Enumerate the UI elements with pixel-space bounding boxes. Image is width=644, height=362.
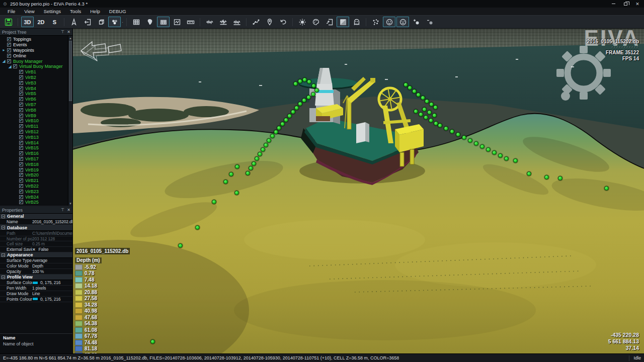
virtual-buoy-point[interactable] — [267, 138, 271, 143]
tree-item-waypoints[interactable]: ▸✓Waypoints — [0, 48, 68, 53]
virtual-buoy-point[interactable] — [504, 156, 509, 161]
virtual-buoy-point[interactable] — [252, 161, 256, 166]
menu-item-debug[interactable]: DEBUG — [105, 9, 131, 14]
property-value[interactable]: 0, 175, 216 — [32, 297, 72, 302]
palette-button[interactable] — [309, 17, 322, 27]
virtual-buoy-point[interactable] — [311, 83, 316, 88]
virtual-buoy-point[interactable] — [456, 132, 460, 137]
checkbox[interactable]: ✓ — [19, 151, 23, 155]
tree-item-virb11[interactable]: ✓VirB11 — [0, 124, 68, 129]
virtual-buoy-point[interactable] — [422, 107, 427, 112]
tree-item-virb4[interactable]: ✓VirB4 — [0, 85, 68, 91]
property-value[interactable]: 0, 175, 216 — [32, 280, 72, 285]
virtual-buoy-point[interactable] — [425, 99, 429, 104]
virtual-buoy-point[interactable] — [427, 110, 432, 115]
tree-item-buoy-manager[interactable]: ◢✓Buoy Manager — [0, 58, 68, 64]
virtual-buoy-point[interactable] — [302, 98, 306, 103]
tree-item-virb9[interactable]: ✓VirB9 — [0, 113, 68, 118]
add-point-button[interactable] — [410, 17, 423, 27]
menu-item-help[interactable]: Help — [86, 9, 105, 14]
tree-item-virb24[interactable]: ✓VirB24 — [0, 194, 68, 200]
property-surface-colour[interactable]: Surface Colour0, 175, 216 — [0, 280, 72, 286]
virtual-buoy-point[interactable] — [438, 123, 442, 128]
checkbox[interactable]: ✓ — [13, 64, 17, 68]
route-button[interactable] — [250, 17, 262, 27]
virtual-buoy-point[interactable] — [498, 153, 503, 158]
view-2d-button[interactable]: 2D — [35, 17, 47, 27]
virtual-buoy-point[interactable] — [433, 105, 438, 110]
tree-item-virb7[interactable]: ✓VirB7 — [0, 102, 68, 108]
tree-scrollbar[interactable]: ▲ ▼ — [68, 36, 72, 206]
menu-item-file[interactable]: File — [3, 9, 20, 14]
checkbox[interactable]: ✓ — [19, 108, 23, 112]
import-view-button[interactable] — [81, 17, 94, 27]
virtual-buoy-point[interactable] — [298, 102, 302, 106]
tree-item-virb20[interactable]: ✓VirB20 — [0, 172, 68, 178]
checkbox[interactable]: ✓ — [19, 157, 23, 161]
waypoint-button[interactable] — [263, 17, 276, 27]
property-section-database[interactable]: −Database — [0, 225, 72, 231]
scatter-button[interactable] — [369, 17, 382, 27]
virtual-buoy-point[interactable] — [277, 126, 281, 130]
virtual-buoy-point[interactable] — [150, 339, 155, 344]
view-3d-button[interactable]: 3D — [21, 17, 34, 27]
expand-icon[interactable]: ▸ — [2, 48, 6, 52]
tree-item-virb25[interactable]: ✓VirB25 — [0, 200, 68, 205]
viewport-3d[interactable]: EIVA — [73, 29, 644, 353]
virtual-buoy-point[interactable] — [235, 164, 239, 169]
virtual-buoy-point[interactable] — [298, 79, 302, 83]
terrain-grid-button[interactable] — [157, 17, 170, 27]
tree-item-virb19[interactable]: ✓VirB19 — [0, 167, 68, 172]
virtual-buoy-point[interactable] — [544, 175, 549, 179]
menu-item-settings[interactable]: Settings — [39, 9, 65, 14]
tree-item-virb6[interactable]: ✓VirB6 — [0, 97, 68, 102]
tree-item-virb10[interactable]: ✓VirB10 — [0, 118, 68, 124]
checkbox[interactable]: ✓ — [19, 92, 23, 96]
bounding-box-button[interactable] — [95, 17, 107, 27]
virtual-buoy-point[interactable] — [223, 179, 228, 184]
checkbox[interactable]: ✓ — [19, 130, 23, 134]
virtual-buoy-point[interactable] — [274, 130, 278, 134]
close-panel-icon[interactable]: ✕ — [67, 30, 70, 34]
property-value[interactable]: 100 % — [32, 269, 72, 274]
tree-item-virb23[interactable]: ✓VirB23 — [0, 189, 68, 194]
property-name[interactable]: Name2016_0105_115202.db — [0, 220, 72, 225]
tree-item-virb8[interactable]: ✓VirB8 — [0, 107, 68, 113]
virtual-buoy-point[interactable] — [246, 171, 250, 175]
dropdown-indicator[interactable]: · — [122, 20, 123, 25]
virtual-buoy-point[interactable] — [468, 138, 472, 143]
virtual-buoy-point[interactable] — [424, 115, 428, 120]
property-value[interactable]: Average — [32, 258, 72, 263]
property-points-colour[interactable]: Points Colour0, 175, 216 — [0, 297, 72, 302]
grid-button[interactable] — [130, 17, 142, 27]
property-value[interactable]: 2016_0105_115202.db — [32, 219, 72, 224]
map-button[interactable] — [143, 17, 156, 27]
checkbox[interactable]: ✓ — [19, 135, 23, 139]
virtual-buoy-point[interactable] — [421, 96, 425, 100]
virtual-buoy-point[interactable] — [513, 158, 518, 163]
tree-item-events[interactable]: ✓Events — [0, 42, 68, 48]
checkbox[interactable]: ✓ — [19, 146, 23, 150]
collapse-icon[interactable]: ◢ — [2, 59, 6, 63]
virtual-buoy-point[interactable] — [480, 144, 485, 149]
virtual-buoy-point[interactable] — [178, 243, 183, 248]
tree-item-virb3[interactable]: ✓VirB3 — [0, 80, 68, 85]
tree-item-virb2[interactable]: ✓VirB2 — [0, 75, 68, 80]
smiley-sad-button[interactable] — [396, 17, 409, 27]
checkbox[interactable]: ✓ — [19, 103, 23, 107]
tree-item-virb16[interactable]: ✓VirB16 — [0, 151, 68, 156]
virtual-buoy-point[interactable] — [249, 166, 253, 170]
profile-window-button[interactable] — [171, 17, 183, 27]
checkbox[interactable]: ✓ — [7, 48, 11, 52]
tree-item-virb18[interactable]: ✓VirB18 — [0, 161, 68, 167]
point-cloud-button[interactable] — [108, 17, 121, 27]
tree-item-virb21[interactable]: ✓VirB21 — [0, 178, 68, 184]
menu-item-tools[interactable]: Tools — [65, 9, 86, 14]
virtual-buoy-point[interactable] — [306, 95, 311, 100]
virtual-buoy-point[interactable] — [558, 176, 562, 180]
checkbox[interactable]: ✓ — [19, 184, 23, 188]
checkbox[interactable]: ✓ — [19, 124, 23, 128]
property-section-appearance[interactable]: −Appearance — [0, 252, 72, 258]
virtual-buoy-point[interactable] — [195, 225, 200, 230]
virtual-buoy-point[interactable] — [280, 122, 285, 126]
